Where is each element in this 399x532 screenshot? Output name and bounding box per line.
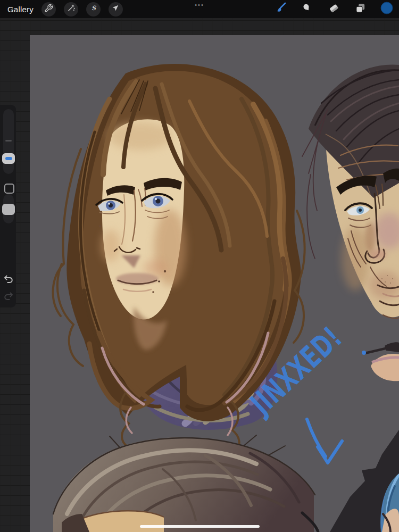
smudge-button[interactable] [300, 2, 314, 16]
selection-s-icon: S [89, 4, 98, 15]
color-button[interactable] [380, 2, 394, 16]
brush-size-slider[interactable] [3, 109, 14, 174]
redo-icon [4, 292, 13, 303]
layers-icon [354, 2, 367, 16]
painting-tools [273, 0, 394, 18]
actions-button[interactable] [41, 2, 56, 16]
modify-button[interactable] [4, 184, 14, 194]
active-accent-bar [5, 157, 12, 160]
transform-button[interactable] [109, 2, 123, 16]
sidebar [0, 105, 16, 307]
brush-size-handle[interactable] [2, 153, 15, 164]
brush-icon [274, 2, 287, 16]
magic-wand-icon [66, 4, 76, 15]
paint-dot [362, 351, 366, 355]
layers-button[interactable] [353, 2, 367, 16]
color-swatch [380, 1, 394, 17]
eraser-button[interactable] [327, 2, 340, 16]
toolbar: Gallery S ••• [0, 0, 399, 18]
canvas[interactable]: JINXXED! [30, 35, 399, 532]
adjustments-button[interactable] [64, 2, 78, 16]
transform-arrow-icon [111, 4, 120, 14]
redo-button[interactable] [2, 290, 15, 304]
opacity-handle[interactable] [2, 204, 15, 215]
slider-memory-tick [5, 140, 12, 142]
eraser-icon [328, 2, 340, 16]
svg-text:S: S [92, 4, 96, 12]
undo-button[interactable] [2, 273, 15, 287]
artwork: JINXXED! [30, 35, 399, 532]
gallery-button[interactable]: Gallery [7, 5, 34, 14]
home-indicator[interactable] [140, 525, 260, 528]
selection-button[interactable]: S [86, 2, 101, 16]
wrench-icon [44, 4, 53, 15]
smudge-icon [301, 2, 313, 16]
procreate-app: { "topbar": { "gallery_label": "Gallery"… [0, 0, 399, 532]
undo-icon [4, 275, 13, 286]
brush-button[interactable] [273, 2, 287, 16]
